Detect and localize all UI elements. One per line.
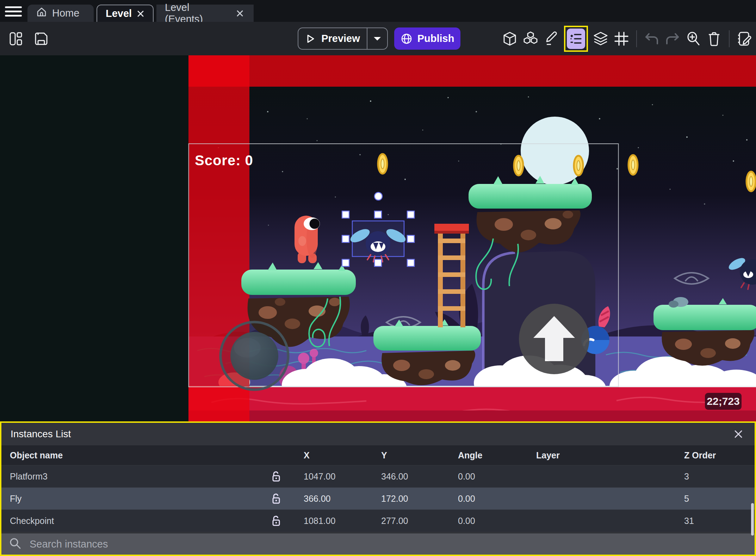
fly-instance-selected[interactable] bbox=[348, 221, 408, 262]
instance-name: Fly bbox=[1, 494, 266, 504]
coin[interactable] bbox=[378, 154, 387, 174]
column-header: Y bbox=[364, 450, 441, 461]
tab-label: Level (Events) bbox=[165, 2, 230, 25]
instance-z-order: 3 bbox=[667, 471, 755, 482]
scrollbar-thumb[interactable] bbox=[751, 503, 754, 536]
instance-x: 1047.00 bbox=[287, 471, 364, 482]
undo-icon[interactable] bbox=[644, 30, 660, 48]
grid-icon[interactable] bbox=[613, 30, 630, 48]
save-icon[interactable] bbox=[33, 30, 49, 48]
column-header: Layer bbox=[519, 450, 667, 461]
coin[interactable] bbox=[574, 156, 583, 175]
tab-home[interactable]: Home bbox=[27, 5, 94, 22]
score-text-instance[interactable]: Score: 0 bbox=[195, 153, 253, 168]
column-header: Object name bbox=[1, 450, 266, 461]
publish-button[interactable]: Publish bbox=[394, 27, 460, 50]
chevron-down-icon[interactable] bbox=[367, 28, 387, 49]
gdevelop-editor-window: Home Level Level (Events) bbox=[0, 0, 756, 556]
search-bar bbox=[1, 533, 755, 555]
search-icon bbox=[9, 537, 21, 551]
close-icon[interactable] bbox=[731, 427, 745, 441]
pencil-icon[interactable] bbox=[543, 30, 559, 48]
play-icon bbox=[305, 33, 316, 44]
table-header-row: Object name X Y Angle Layer Z Order bbox=[1, 445, 755, 465]
red-zone-horizontal[interactable] bbox=[188, 55, 756, 87]
publish-label: Publish bbox=[417, 33, 454, 44]
instance-y: 172.00 bbox=[364, 494, 441, 504]
preview-button[interactable]: Preview bbox=[298, 27, 388, 50]
lava-zone bbox=[188, 387, 756, 421]
instance-x: 366.00 bbox=[287, 494, 364, 504]
tab-bar: Home Level Level (Events) bbox=[0, 0, 756, 22]
search-input[interactable] bbox=[29, 538, 747, 550]
main-toolbar: Preview Publish bbox=[0, 22, 756, 55]
tab-level[interactable]: Level bbox=[97, 5, 154, 22]
table-row[interactable]: Checkpoint 1081.00 277.00 0.00 31 bbox=[1, 509, 755, 532]
cube-icon[interactable] bbox=[502, 30, 518, 48]
column-header: X bbox=[287, 450, 364, 461]
table-row-selected[interactable]: Fly 366.00 172.00 0.00 5 bbox=[1, 487, 755, 509]
column-header: Angle bbox=[441, 450, 519, 461]
instance-name: Checkpoint bbox=[1, 516, 266, 526]
panel-title: Instances List bbox=[11, 428, 731, 440]
cubes-icon[interactable] bbox=[522, 30, 539, 48]
instance-z-order: 5 bbox=[667, 494, 755, 504]
instance-x: 1081.00 bbox=[287, 516, 364, 526]
trash-icon[interactable] bbox=[706, 30, 722, 48]
coin[interactable] bbox=[746, 172, 756, 191]
divider bbox=[729, 30, 730, 47]
coin[interactable] bbox=[514, 156, 523, 175]
scene-canvas[interactable]: Score: 0 22;723 bbox=[0, 55, 756, 421]
instance-angle: 0.00 bbox=[441, 471, 519, 482]
instance-z-order: 31 bbox=[667, 516, 755, 526]
joystick-control[interactable] bbox=[221, 322, 288, 390]
hamburger-icon[interactable] bbox=[5, 5, 22, 18]
column-header: Z Order bbox=[667, 450, 755, 461]
globe-icon bbox=[401, 33, 413, 45]
instance-angle: 0.00 bbox=[441, 494, 519, 504]
divider bbox=[636, 30, 637, 47]
preview-label: Preview bbox=[321, 33, 360, 44]
notebook-edit-icon[interactable] bbox=[736, 30, 752, 48]
tab-label: Home bbox=[52, 7, 79, 19]
tab-level-events[interactable]: Level (Events) bbox=[156, 5, 254, 22]
cursor-coordinates-badge: 22;723 bbox=[705, 393, 742, 410]
table-row[interactable]: Platform3 1047.00 346.00 0.00 3 bbox=[1, 465, 755, 487]
close-icon[interactable] bbox=[235, 8, 245, 19]
lock-open-icon[interactable] bbox=[266, 493, 287, 504]
instances-list-icon[interactable] bbox=[564, 26, 588, 52]
lock-open-icon[interactable] bbox=[266, 515, 287, 526]
tab-label: Level bbox=[106, 8, 132, 19]
lock-open-icon[interactable] bbox=[266, 471, 287, 482]
coin[interactable] bbox=[628, 155, 638, 175]
instance-y: 346.00 bbox=[364, 471, 441, 482]
rotation-handle[interactable] bbox=[374, 192, 382, 200]
zoom-in-icon[interactable] bbox=[685, 30, 701, 48]
instance-angle: 0.00 bbox=[441, 516, 519, 526]
layers-icon[interactable] bbox=[593, 30, 609, 48]
redo-icon[interactable] bbox=[664, 30, 681, 48]
instances-list-panel: Instances List Object name X Y Angle Lay… bbox=[0, 421, 756, 556]
layout-panels-icon[interactable] bbox=[8, 30, 24, 48]
instance-y: 277.00 bbox=[364, 516, 441, 526]
home-icon bbox=[36, 6, 47, 20]
instance-name: Platform3 bbox=[1, 471, 266, 482]
close-icon[interactable] bbox=[137, 8, 144, 19]
jump-button[interactable] bbox=[519, 304, 589, 374]
